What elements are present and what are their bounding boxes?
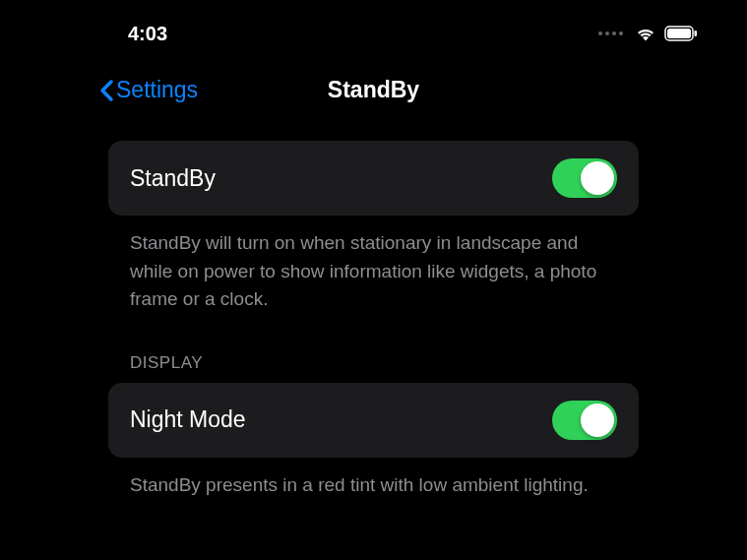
status-bar: 4:03: [0, 0, 747, 49]
content: StandBy StandBy will turn on when statio…: [0, 123, 747, 499]
svg-rect-2: [695, 31, 698, 36]
toggle-knob: [581, 404, 614, 437]
status-indicators: [598, 26, 698, 41]
chevron-left-icon: [98, 79, 114, 102]
standby-toggle-cell: StandBy: [108, 141, 639, 216]
back-label: Settings: [116, 77, 198, 103]
back-button[interactable]: Settings: [98, 77, 198, 103]
status-time: 4:03: [128, 23, 167, 45]
wifi-icon: [635, 26, 656, 41]
display-section-header: DISPLAY: [108, 314, 639, 383]
navigation-bar: Settings StandBy: [0, 49, 747, 123]
page-title: StandBy: [328, 77, 419, 103]
night-mode-label: Night Mode: [130, 406, 246, 433]
standby-footer-text: StandBy will turn on when stationary in …: [108, 216, 639, 314]
night-mode-footer-text: StandBy presents in a red tint with low …: [108, 458, 639, 500]
standby-toggle[interactable]: [552, 158, 617, 198]
standby-label: StandBy: [130, 165, 216, 192]
night-mode-toggle-cell: Night Mode: [108, 383, 639, 458]
battery-icon: [664, 26, 698, 41]
cellular-dots-icon: [598, 31, 623, 35]
svg-rect-1: [667, 29, 691, 38]
toggle-knob: [581, 161, 614, 195]
night-mode-toggle[interactable]: [552, 401, 617, 440]
